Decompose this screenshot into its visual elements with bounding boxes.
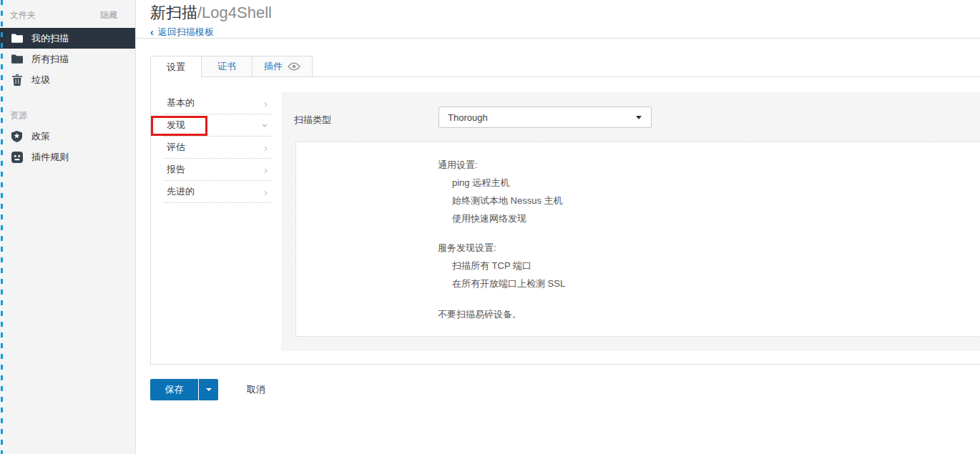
nav-item-label: 先进的 <box>167 185 195 198</box>
general-settings-header: 通用设置: <box>438 156 565 174</box>
tab-plugins[interactable]: 插件 <box>252 56 313 77</box>
chevron-right-icon <box>264 142 268 154</box>
chevron-right-icon <box>264 164 268 176</box>
tab-settings[interactable]: 设置 <box>150 56 202 77</box>
tab-label: 设置 <box>167 61 185 74</box>
folder-icon <box>11 32 23 44</box>
summary-text: 通用设置: ping 远程主机 始终测试本地 Nessus 主机 使用快速网络发… <box>438 156 565 323</box>
chevron-down-icon <box>260 124 272 127</box>
discovery-content-area: 扫描类型 Thorough 通用设置: ping 远程主机 始终测试本地 Nes… <box>281 92 980 351</box>
sidebar-item-label: 插件规则 <box>31 151 69 164</box>
tab-bar: 设置 证书 插件 <box>150 56 313 77</box>
nav-item-label: 发现 <box>167 119 185 132</box>
header-divider <box>136 38 980 39</box>
sidebar-item-label: 所有扫描 <box>31 53 69 66</box>
nav-item-basic[interactable]: 基本的 <box>164 92 271 114</box>
sidebar-item-plugin-rules[interactable]: 插件规则 <box>0 147 135 167</box>
tab-credentials[interactable]: 证书 <box>201 56 253 77</box>
setting-line: 使用快速网络发现 <box>452 209 565 227</box>
back-link-label: 返回扫描模板 <box>158 26 214 39</box>
save-split-button: 保存 <box>150 379 218 400</box>
nav-item-advanced[interactable]: 先进的 <box>164 181 271 203</box>
setting-line: 在所有开放端口上检测 SSL <box>452 275 565 292</box>
cancel-button[interactable]: 取消 <box>247 383 265 396</box>
page-title-scan-name: /Log4Shell <box>197 4 272 21</box>
folders-section-label: 文件夹 <box>10 9 36 21</box>
resources-section-label: 资源 <box>0 109 135 126</box>
scan-type-label: 扫描类型 <box>294 114 331 127</box>
sidebar: 文件夹 隐藏 我的扫描 所有扫描 垃圾 <box>0 0 136 454</box>
save-dropdown-button[interactable] <box>198 379 218 400</box>
caret-down-icon <box>206 388 212 391</box>
setting-line: ping 远程主机 <box>452 174 565 192</box>
trash-icon <box>11 74 23 86</box>
nav-item-report[interactable]: 报告 <box>164 159 271 181</box>
sidebar-item-label: 政策 <box>31 130 50 143</box>
sidebar-item-trash[interactable]: 垃圾 <box>0 69 135 90</box>
eye-icon <box>288 62 300 71</box>
nav-item-label: 评估 <box>167 141 185 154</box>
setting-line: 始终测试本地 Nessus 主机 <box>452 192 565 209</box>
sidebar-item-policies[interactable]: 政策 <box>0 126 135 147</box>
nav-item-label: 报告 <box>167 163 185 176</box>
nav-item-assessment[interactable]: 评估 <box>164 137 271 159</box>
service-discovery-header: 服务发现设置: <box>438 239 565 257</box>
nessus-app-window: 文件夹 隐藏 我的扫描 所有扫描 垃圾 <box>0 0 980 454</box>
scan-type-selected-value: Thorough <box>448 112 488 123</box>
scan-type-select[interactable]: Thorough <box>438 107 652 128</box>
shield-star-icon <box>11 130 23 142</box>
sidebar-header: 文件夹 隐藏 <box>0 0 135 28</box>
folder-icon <box>11 53 23 65</box>
sidebar-item-my-scans[interactable]: 我的扫描 <box>0 28 135 49</box>
page-title: 新扫描/Log4Shell <box>150 2 272 24</box>
main-content: 新扫描/Log4Shell 返回扫描模板 设置 证书 插件 <box>136 0 980 454</box>
chevron-right-icon <box>264 97 268 109</box>
nav-item-label: 基本的 <box>167 97 195 109</box>
dropdown-caret-icon <box>636 116 642 119</box>
tab-label: 插件 <box>264 60 283 73</box>
back-chevron-icon <box>150 27 154 37</box>
dashed-edge-line <box>1 0 3 454</box>
back-to-scan-templates-link[interactable]: 返回扫描模板 <box>150 26 214 39</box>
sidebar-item-label: 垃圾 <box>31 74 50 87</box>
sidebar-item-label: 我的扫描 <box>31 32 69 45</box>
settings-panel: 基本的 发现 评估 报告 先进的 <box>150 77 980 365</box>
chevron-right-icon <box>264 186 268 198</box>
fragile-devices-note: 不要扫描易碎设备。 <box>438 305 565 323</box>
form-footer: 保存 取消 <box>150 379 265 400</box>
plugin-outlet-icon <box>11 151 23 163</box>
hide-sidebar-button[interactable]: 隐藏 <box>100 9 117 21</box>
scan-type-summary-panel: 通用设置: ping 远程主机 始终测试本地 Nessus 主机 使用快速网络发… <box>295 142 980 337</box>
page-title-prefix: 新扫描 <box>150 4 197 21</box>
tab-label: 证书 <box>217 60 236 73</box>
settings-section-nav: 基本的 发现 评估 报告 先进的 <box>164 92 271 203</box>
setting-line: 扫描所有 TCP 端口 <box>452 257 565 275</box>
nav-item-discovery[interactable]: 发现 <box>164 114 271 137</box>
save-button[interactable]: 保存 <box>150 379 198 400</box>
sidebar-item-all-scans[interactable]: 所有扫描 <box>0 49 135 69</box>
